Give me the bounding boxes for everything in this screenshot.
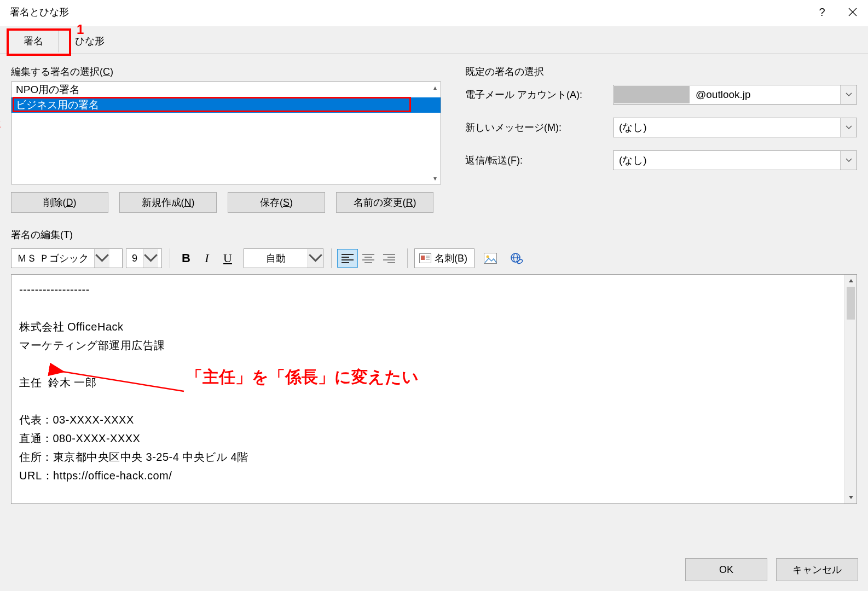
newmsg-label: 新しいメッセージ(M): <box>465 121 613 134</box>
editor-content[interactable]: ------------------ 株式会社 OfficeHack マーケティ… <box>11 275 844 503</box>
close-button[interactable] <box>837 0 868 24</box>
align-right-button[interactable] <box>379 249 400 268</box>
svg-rect-15 <box>421 256 425 260</box>
globe-link-icon <box>510 252 523 264</box>
image-icon <box>484 253 497 264</box>
editor-toolbar: ＭＳ Ｐゴシック 9 B I U 自動 <box>11 247 857 270</box>
font-style-group: B I U <box>170 248 238 268</box>
help-button[interactable]: ? <box>807 0 837 24</box>
save-button[interactable]: 保存(S) <box>228 192 325 213</box>
titlebar: 署名とひな形 ? <box>0 0 868 24</box>
chevron-down-icon <box>840 151 857 170</box>
editor-scrollbar[interactable] <box>844 275 857 503</box>
window-title: 署名とひな形 <box>10 5 69 19</box>
scroll-thumb[interactable] <box>847 287 855 320</box>
align-center-icon <box>362 253 374 263</box>
chevron-down-icon <box>143 249 158 268</box>
delete-button[interactable]: 削除(D) <box>11 192 108 213</box>
dialog-footer: OK キャンセル <box>685 558 858 581</box>
svg-marker-25 <box>849 279 853 282</box>
select-signature-label: 編集する署名の選択(C) <box>11 65 441 78</box>
font-color-value: 自動 <box>244 252 308 265</box>
font-size-combo[interactable]: 9 <box>126 248 162 268</box>
ok-button[interactable]: OK <box>685 558 767 581</box>
left-column: 編集する署名の選択(C) NPO用の署名 ビジネス用の署名 ▴ ▾ 削除(D) … <box>11 65 441 213</box>
chevron-up-icon: ▴ <box>433 84 437 91</box>
list-item[interactable]: NPO用の署名 <box>11 82 441 97</box>
scroll-up-button[interactable] <box>845 275 857 287</box>
svg-point-24 <box>517 259 523 264</box>
columns: 編集する署名の選択(C) NPO用の署名 ビジネス用の署名 ▴ ▾ 削除(D) … <box>11 65 857 213</box>
align-left-icon <box>342 253 354 263</box>
signature-list[interactable]: NPO用の署名 ビジネス用の署名 ▴ ▾ <box>11 82 441 184</box>
tab-stationery[interactable]: ひな形 <box>59 30 120 53</box>
cancel-button[interactable]: キャンセル <box>776 558 858 581</box>
list-item[interactable]: ビジネス用の署名 <box>11 97 441 113</box>
default-signature-heading: 既定の署名の選択 <box>465 65 857 78</box>
signature-buttons: 削除(D) 新規作成(N) 保存(S) 名前の変更(R) <box>11 192 441 213</box>
svg-point-20 <box>487 256 489 258</box>
edit-signature-label: 署名の編集(T) <box>11 228 857 241</box>
chevron-down-icon <box>840 118 857 137</box>
chevron-down-icon <box>308 249 323 268</box>
insert-group: 名刺(B) <box>407 248 527 268</box>
business-card-button[interactable]: 名刺(B) <box>414 248 474 268</box>
italic-button[interactable]: I <box>196 248 217 268</box>
reply-label: 返信/転送(F): <box>465 154 613 167</box>
newmsg-combo[interactable]: (なし) <box>613 118 857 137</box>
close-icon <box>848 8 857 16</box>
font-size-value: 9 <box>126 253 143 264</box>
redacted-area <box>614 86 690 103</box>
right-column: 既定の署名の選択 電子メール アカウント(A): @outlook.jp 新しい… <box>458 65 857 213</box>
reply-value: (なし) <box>614 153 840 167</box>
annotation-1: 1 <box>77 22 84 37</box>
rename-button[interactable]: 名前の変更(R) <box>336 192 433 213</box>
bold-button[interactable]: B <box>176 248 196 268</box>
account-combo[interactable]: @outlook.jp <box>613 85 857 105</box>
align-right-icon <box>383 253 395 263</box>
tab-bar: 署名 ひな形 <box>8 30 120 53</box>
dialog-body: 1 署名 ひな形 2 編集する署名の選択(C) NPO用の署名 ビジネス用の署名… <box>0 26 868 591</box>
insert-image-button[interactable] <box>480 248 501 268</box>
annotation-2: 2 <box>0 116 1 131</box>
list-scrollbar[interactable]: ▴ ▾ <box>430 82 441 184</box>
tab-signature[interactable]: 署名 <box>8 30 59 53</box>
scroll-down-button[interactable] <box>845 491 857 503</box>
insert-hyperlink-button[interactable] <box>506 248 527 268</box>
signature-editor[interactable]: ------------------ 株式会社 OfficeHack マーケティ… <box>11 274 857 504</box>
font-color-combo[interactable]: 自動 <box>244 248 323 268</box>
font-name-combo[interactable]: ＭＳ Ｐゴシック <box>11 248 123 268</box>
chevron-down-icon: ▾ <box>433 175 437 182</box>
chevron-down-icon <box>840 85 857 104</box>
new-button[interactable]: 新規作成(N) <box>119 192 217 213</box>
alignment-group <box>331 248 400 268</box>
newmsg-value: (なし) <box>614 120 840 135</box>
align-center-button[interactable] <box>358 249 379 268</box>
vcard-icon <box>419 253 431 263</box>
svg-marker-26 <box>849 496 853 499</box>
chevron-down-icon <box>94 249 109 268</box>
underline-button[interactable]: U <box>217 248 238 268</box>
font-name-value: ＭＳ Ｐゴシック <box>11 252 94 265</box>
account-label: 電子メール アカウント(A): <box>465 88 613 101</box>
tab-content: 2 編集する署名の選択(C) NPO用の署名 ビジネス用の署名 ▴ ▾ 削除(D… <box>0 54 868 591</box>
defaults-grid: 電子メール アカウント(A): @outlook.jp 新しいメッセージ(M):… <box>465 85 857 170</box>
reply-combo[interactable]: (なし) <box>613 150 857 170</box>
align-left-button[interactable] <box>337 249 358 268</box>
